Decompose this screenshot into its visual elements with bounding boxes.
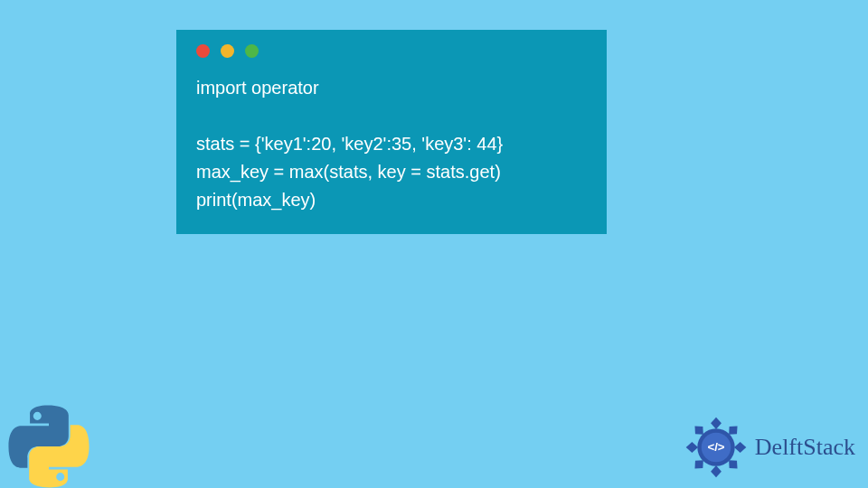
minimize-icon	[221, 44, 234, 58]
delftstack-badge-icon: </>	[683, 414, 750, 481]
delftstack-logo-text: DelftStack	[755, 434, 855, 461]
code-line: max_key = max(stats, key = stats.get)	[196, 162, 501, 182]
code-window: import operator stats = {'key1':20, 'key…	[176, 30, 607, 234]
close-icon	[196, 44, 210, 58]
code-line: print(max_key)	[196, 190, 316, 210]
code-block: import operator stats = {'key1':20, 'key…	[196, 74, 587, 214]
delftstack-logo: </> DelftStack	[683, 414, 855, 481]
svg-marker-2	[686, 442, 698, 453]
python-logo-icon	[4, 401, 94, 488]
svg-marker-0	[711, 418, 722, 429]
code-line: import operator	[196, 78, 319, 98]
code-line: stats = {'key1':20, 'key2':35, 'key3': 4…	[196, 134, 503, 154]
svg-marker-1	[711, 465, 722, 477]
svg-text:</>: </>	[707, 440, 724, 454]
maximize-icon	[245, 44, 259, 58]
svg-marker-3	[734, 442, 746, 453]
window-controls	[196, 44, 587, 58]
